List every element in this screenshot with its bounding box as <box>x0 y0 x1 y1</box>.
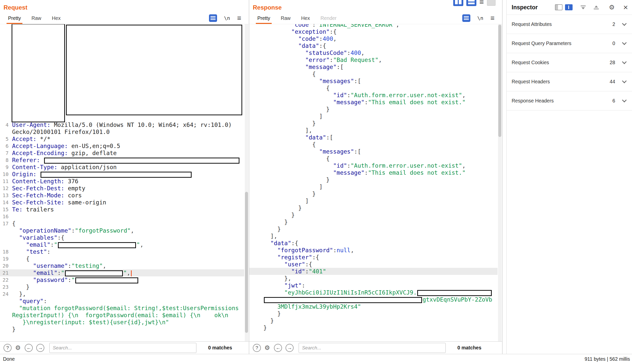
code-line[interactable]: } <box>249 219 498 226</box>
request-tab-hex[interactable]: Hex <box>50 14 62 24</box>
code-line[interactable]: 10Origin: <box>0 171 244 178</box>
code-line[interactable]: "id":"Auth.form.error.user.not-exist", <box>249 92 498 99</box>
code-line[interactable]: 11Content-Length: 376 <box>0 178 244 185</box>
code-line[interactable]: 7Accept-Encoding: gzip, deflate <box>0 150 244 157</box>
request-scrollbar-thumb[interactable] <box>245 192 248 333</box>
code-line[interactable]: 23 } <box>0 283 244 290</box>
inspector-dock-side-icon[interactable] <box>555 4 563 10</box>
code-line[interactable]: "eyJhbGci0iJIUzI1NiIsInR5cCI6IkpXVCJ9. <box>249 289 498 296</box>
response-tab-hex[interactable]: Hex <box>300 14 311 24</box>
code-line[interactable]: { <box>249 155 498 162</box>
code-line[interactable]: 19 { <box>0 255 244 262</box>
code-line[interactable]: } <box>249 190 498 197</box>
code-line[interactable]: ] <box>249 113 498 120</box>
inspector-close-icon[interactable]: × <box>623 4 628 10</box>
chevron-down-icon[interactable] <box>622 59 626 64</box>
code-line[interactable]: ] <box>249 197 498 204</box>
show-newlines-toggle-icon[interactable]: \n <box>224 15 230 21</box>
request-search-input[interactable] <box>49 343 196 353</box>
code-line[interactable]: "message":[ <box>249 63 498 70</box>
code-line[interactable]: 8Referer: <box>0 157 244 164</box>
code-line[interactable]: "variables":{ <box>0 234 244 241</box>
inspector-section-request-attributes[interactable]: Request Attributes2 <box>507 15 632 34</box>
code-line[interactable]: "message":"This email does not exist." <box>249 169 498 176</box>
collapse-all-icon[interactable] <box>581 6 586 9</box>
code-line[interactable]: "messages":[ <box>249 78 498 85</box>
code-line[interactable]: { <box>249 141 498 148</box>
response-tab-raw[interactable]: Raw <box>279 14 292 24</box>
inspector-section-request-headers[interactable]: Request Headers44 <box>507 72 632 91</box>
response-editor[interactable]: "code":"INTERNAL_SERVER_ERROR", "excepti… <box>249 24 502 341</box>
editor-menu-icon[interactable]: ≡ <box>490 16 495 21</box>
code-line[interactable]: 24 }, <box>0 290 244 298</box>
soft-wrap-toggle-icon[interactable] <box>462 14 470 22</box>
search-help-icon[interactable]: ? <box>253 344 261 352</box>
code-line[interactable]: 17{ <box>0 220 244 227</box>
code-line[interactable]: "statusCode":400, <box>249 49 498 56</box>
code-line[interactable]: "exception":{ <box>249 28 498 35</box>
code-line[interactable]: 16 <box>0 213 244 220</box>
code-line[interactable]: "mutation forgotPassword($email: String!… <box>0 305 244 312</box>
show-newlines-toggle-icon[interactable]: \n <box>477 15 483 21</box>
inspector-section-request-query-parameters[interactable]: Request Query Parameters0 <box>507 34 632 53</box>
code-line[interactable]: 9Content-Type: application/json <box>0 164 244 171</box>
code-line[interactable]: 14Sec-Fetch-Site: same-origin <box>0 199 244 206</box>
layout-menu-icon[interactable]: ≡ <box>479 0 484 5</box>
response-scrollbar[interactable] <box>498 24 502 341</box>
code-line[interactable]: } <box>249 176 498 183</box>
code-line[interactable]: }\nregister(input: $test){user{id},jwt}\… <box>0 319 244 326</box>
code-line[interactable]: "query": <box>0 298 244 305</box>
code-line[interactable]: } <box>249 226 498 233</box>
code-line[interactable]: "data":{ <box>249 240 498 247</box>
code-line[interactable]: "messages":[ <box>249 148 498 155</box>
code-line[interactable]: 6Accept-Language: en-US,en;q=0.5 <box>0 142 244 150</box>
chevron-down-icon[interactable] <box>622 79 626 83</box>
code-line[interactable]: ], <box>249 233 498 240</box>
code-line[interactable]: gtxvDEqnSVuPbY-2ZoVb <box>249 296 498 303</box>
inspector-section-response-headers[interactable]: Response Headers6 <box>507 91 632 110</box>
code-line[interactable]: 20 "username":"testing", <box>0 262 244 269</box>
code-line[interactable]: } <box>249 106 498 113</box>
request-editor[interactable]: Tuz04fNezF0LreqCGhxmOoQ8WXmtL44User-Agen… <box>0 24 249 341</box>
search-next-icon[interactable]: → <box>286 344 294 352</box>
code-line[interactable]: "forgotPassword":null, <box>249 247 498 254</box>
soft-wrap-toggle-icon[interactable] <box>209 14 217 22</box>
code-line[interactable]: 18 "test": <box>0 248 244 255</box>
request-tab-pretty[interactable]: Pretty <box>7 14 22 24</box>
code-line[interactable]: }, <box>249 275 498 282</box>
layout-rows-icon[interactable] <box>466 0 476 6</box>
code-line[interactable]: 15Te: trailers <box>0 206 244 213</box>
search-next-icon[interactable]: → <box>36 344 44 352</box>
code-line[interactable]: RegisterInput!) {\n forgotPassword(email… <box>0 312 244 319</box>
code-line[interactable]: 12Sec-Fetch-Dest: empty <box>0 185 244 192</box>
inspector-section-request-cookies[interactable]: Request Cookies28 <box>507 53 632 72</box>
code-line[interactable]: } <box>249 211 498 219</box>
code-line[interactable]: } <box>249 120 498 127</box>
code-line[interactable]: "id":"Auth.form.error.user.not-exist", <box>249 162 498 169</box>
response-search-input[interactable] <box>299 343 446 353</box>
editor-menu-icon[interactable]: ≡ <box>237 16 241 21</box>
code-line[interactable]: 13Sec-Fetch-Mode: cors <box>0 192 244 199</box>
code-line[interactable]: "code":"INTERNAL_SERVER_ERROR", <box>249 24 498 28</box>
search-previous-icon[interactable]: ← <box>25 344 33 352</box>
code-line[interactable]: { <box>249 70 498 78</box>
code-line[interactable]: 22 "password":" <box>0 276 244 283</box>
code-line[interactable]: } <box>0 326 244 333</box>
request-scrollbar[interactable] <box>245 24 248 341</box>
code-line[interactable]: "data":{ <box>249 42 498 49</box>
chevron-down-icon[interactable] <box>622 21 626 26</box>
code-line[interactable]: ], <box>249 127 498 134</box>
code-line[interactable]: "operationName":"forgotPassword", <box>0 227 244 234</box>
chevron-down-icon[interactable] <box>622 40 626 45</box>
code-line[interactable]: "message":"This email does not exist." <box>249 99 498 106</box>
code-line[interactable]: 21 "email":"", <box>0 269 244 276</box>
expand-all-icon[interactable] <box>594 6 599 9</box>
code-line[interactable]: } <box>249 317 498 324</box>
code-line[interactable]: "id":"401" <box>249 268 498 275</box>
search-previous-icon[interactable]: ← <box>274 344 282 352</box>
code-line[interactable]: Gecko/20100101 Firefox/101.0 <box>0 128 244 135</box>
code-line[interactable]: "jwt": <box>249 282 498 289</box>
inspector-settings-icon[interactable]: ⚙ <box>609 4 615 11</box>
code-line[interactable]: "register":{ <box>249 254 498 261</box>
code-line[interactable]: "email":"", <box>0 241 244 248</box>
